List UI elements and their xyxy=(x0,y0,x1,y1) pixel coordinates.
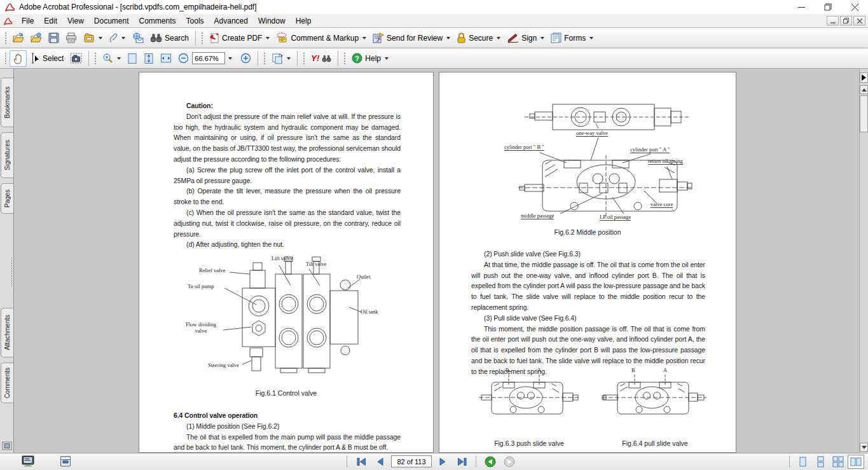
secure-button[interactable]: Secure xyxy=(453,30,504,46)
toolbar-grip[interactable] xyxy=(343,52,346,66)
previous-page-button[interactable] xyxy=(372,455,389,468)
continuous-facing-layout-button[interactable] xyxy=(830,455,846,469)
menu-tools[interactable]: Tools xyxy=(181,15,209,27)
toolbar-grip[interactable] xyxy=(93,52,97,66)
menu-view[interactable]: View xyxy=(62,15,89,27)
menu-advanced[interactable]: Advanced xyxy=(209,15,253,27)
scroll-down-button[interactable] xyxy=(860,443,868,452)
tab-signatures[interactable]: Signatures xyxy=(1,132,13,178)
last-page-icon xyxy=(457,457,467,466)
next-page-button[interactable] xyxy=(434,455,451,468)
panel-options-icon[interactable] xyxy=(2,441,12,450)
single-page-layout-button[interactable] xyxy=(794,455,811,469)
next-view-button[interactable] xyxy=(501,455,518,468)
menu-document[interactable]: Document xyxy=(89,15,134,27)
item-3: (3) Pull slide valve (See Fig.6.4) xyxy=(471,313,705,324)
page-number-input[interactable] xyxy=(391,455,432,467)
previous-view-button[interactable] xyxy=(482,455,499,468)
right-triangle-icon xyxy=(862,74,866,81)
screen-mode-icon[interactable] xyxy=(22,455,34,467)
open-web-button[interactable] xyxy=(27,30,45,46)
send-review-button[interactable]: Send for Review xyxy=(369,30,453,46)
close-button[interactable] xyxy=(841,0,868,14)
help-button[interactable]: ? Help xyxy=(348,50,392,67)
print-button[interactable] xyxy=(62,30,80,46)
scroll-up-button[interactable] xyxy=(860,85,868,94)
fig3-label-a: A xyxy=(537,367,541,373)
forms-label: Forms xyxy=(564,34,586,43)
organizer-button[interactable] xyxy=(80,30,106,46)
fit-page-button[interactable] xyxy=(124,50,141,67)
binoculars-icon xyxy=(150,33,162,43)
minimize-button[interactable] xyxy=(788,0,815,14)
toolbar-grip[interactable] xyxy=(200,31,203,45)
toolbar-separator xyxy=(258,51,258,66)
tab-attachments[interactable]: Attachments xyxy=(1,308,13,357)
comment-markup-button[interactable]: Comment & Markup xyxy=(273,30,369,46)
tab-pages[interactable]: Pages xyxy=(1,183,13,214)
toolbar-grip[interactable] xyxy=(263,52,266,66)
hand-icon xyxy=(13,53,24,64)
fig3-label-b: B xyxy=(506,367,509,373)
menu-help[interactable]: Help xyxy=(291,15,317,27)
panel-splitter[interactable] xyxy=(11,257,13,286)
scrollbar-thumb[interactable] xyxy=(860,95,868,132)
zoom-out-button[interactable] xyxy=(175,50,192,67)
page-display-button[interactable] xyxy=(268,50,294,67)
status-drawer-icon[interactable] xyxy=(60,455,71,467)
zoom-level-dropdown[interactable] xyxy=(225,52,233,64)
document-view-area[interactable]: Caution: Don't adjust the pressure of th… xyxy=(14,69,859,453)
menu-comments[interactable]: Comments xyxy=(134,15,181,27)
previous-view-icon xyxy=(485,456,496,467)
pdf-page-83-right[interactable]: one-way valve cylinder port " B " cylind… xyxy=(439,72,736,453)
fit-width-button[interactable] xyxy=(157,50,175,67)
dropdown-arrow-icon xyxy=(121,37,125,39)
yahoo-search-button[interactable]: Y! xyxy=(308,50,334,67)
vertical-scrollbar[interactable] xyxy=(859,69,868,453)
document-close-button[interactable] xyxy=(853,16,865,25)
pdf-page-82-left[interactable]: Caution: Don't adjust the pressure of th… xyxy=(139,72,434,453)
menu-window[interactable]: Window xyxy=(253,15,291,27)
continuous-layout-button[interactable] xyxy=(812,455,829,469)
fit-height-button[interactable] xyxy=(141,50,157,67)
forms-button[interactable]: Forms xyxy=(548,30,596,46)
toolbar-grip[interactable] xyxy=(302,52,305,66)
fig4-label-b: B xyxy=(631,367,635,373)
tab-bookmarks[interactable]: Bookmarks xyxy=(1,78,13,127)
menu-file[interactable]: File xyxy=(17,15,39,27)
down-arrow-icon xyxy=(862,446,867,449)
tab-bookmarks-label: Bookmarks xyxy=(4,86,11,118)
select-tool-button[interactable]: Select xyxy=(27,50,67,67)
facing-layout-button[interactable] xyxy=(848,455,864,469)
zoom-level-input[interactable] xyxy=(192,52,225,64)
restore-button[interactable] xyxy=(815,0,841,14)
open-button[interactable] xyxy=(10,30,27,46)
save-button[interactable] xyxy=(45,30,62,46)
email-globe-icon xyxy=(132,32,144,43)
show-pane-arrow-button[interactable] xyxy=(860,73,868,83)
search-button[interactable]: Search xyxy=(147,30,192,46)
snapshot-button[interactable] xyxy=(67,50,85,67)
toolbar-grip[interactable] xyxy=(4,52,7,66)
sign-button[interactable]: Sign xyxy=(504,30,548,46)
document-minimize-button[interactable] xyxy=(827,16,839,25)
select-cursor-icon xyxy=(30,53,40,64)
dropdown-arrow-icon xyxy=(385,57,389,60)
zoom-tool-button[interactable] xyxy=(99,50,124,67)
last-page-button[interactable] xyxy=(453,455,470,468)
menu-edit[interactable]: Edit xyxy=(39,15,62,27)
fig-label-cylinder-port-a: cylinder port " A " xyxy=(630,146,670,153)
toolbar-grip[interactable] xyxy=(4,31,7,45)
document-restore-button[interactable] xyxy=(840,16,852,25)
section-heading: 6.4 Control valve operation xyxy=(174,410,401,421)
first-page-button[interactable] xyxy=(353,455,369,468)
fit-height-icon xyxy=(144,53,154,64)
zoom-in-button[interactable] xyxy=(237,50,254,67)
fit-width-icon xyxy=(160,53,172,64)
tab-comments[interactable]: Comments xyxy=(1,363,13,403)
hand-tool-button[interactable] xyxy=(10,50,27,67)
email-button[interactable] xyxy=(128,30,147,46)
attach-button[interactable] xyxy=(106,30,128,46)
dropdown-arrow-icon xyxy=(287,57,291,60)
create-pdf-button[interactable]: Create PDF xyxy=(206,30,273,46)
